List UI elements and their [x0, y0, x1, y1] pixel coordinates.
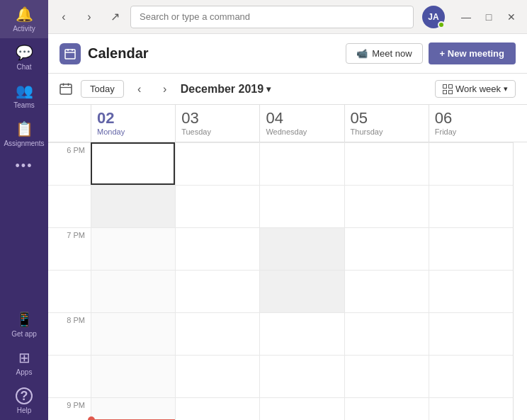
time-cell-mon-830pm[interactable]: [91, 355, 175, 397]
time-cell-mon-8pm[interactable]: [91, 312, 175, 355]
sidebar-item-help[interactable]: ? Help: [0, 382, 48, 420]
time-cell-tue-830pm[interactable]: [175, 355, 259, 397]
time-cell-mon-6pm[interactable]: [91, 142, 175, 185]
teams-icon: 👥: [16, 82, 33, 99]
time-cell-thu-7pm[interactable]: [344, 227, 429, 270]
calendar-header: Calendar 📹 Meet now + New meeting: [48, 34, 527, 74]
activity-icon: 🔔: [16, 6, 33, 23]
sidebar-item-getapp[interactable]: 📱 Get app: [0, 305, 48, 344]
time-cell-fri-6pm[interactable]: [429, 142, 513, 185]
time-cell-wed-730pm[interactable]: [259, 270, 344, 312]
time-cell-tue-630pm[interactable]: [175, 185, 259, 227]
day-header-wednesday: 04 Wednesday: [259, 105, 344, 142]
svg-rect-8: [443, 84, 446, 88]
time-label-830pm: [48, 355, 91, 397]
day-name-friday: Friday: [435, 127, 507, 136]
time-label-8pm: 8 PM: [48, 312, 91, 355]
time-cell-tue-9pm[interactable]: [175, 397, 259, 420]
time-cell-tue-6pm[interactable]: [175, 142, 259, 185]
sidebar-label-apps: Apps: [16, 368, 33, 376]
time-cell-wed-830pm[interactable]: [259, 355, 344, 397]
time-cell-wed-9pm[interactable]: [259, 397, 344, 420]
view-chevron-icon: ▾: [504, 84, 508, 93]
time-body: 6 PM 7 PM: [48, 142, 527, 420]
prev-month-button[interactable]: ‹: [130, 79, 149, 99]
day-header-friday: 06 Friday: [429, 105, 513, 142]
time-label-630pm: [48, 185, 91, 227]
sidebar-item-apps[interactable]: ⊞ Apps: [0, 344, 48, 382]
month-label[interactable]: December 2019 ▾: [181, 83, 271, 96]
day-number-monday: 02: [97, 110, 169, 126]
time-label-9pm: 9 PM: [48, 397, 91, 420]
assignments-icon: 📋: [16, 120, 33, 137]
time-cell-mon-9pm[interactable]: [91, 397, 175, 420]
sidebar-label-chat: Chat: [16, 63, 31, 71]
day-name-tuesday: Tuesday: [181, 127, 254, 136]
svg-rect-9: [448, 84, 452, 88]
time-cell-tue-730pm[interactable]: [175, 270, 259, 312]
view-selector[interactable]: Work week ▾: [435, 80, 516, 98]
sidebar-item-chat[interactable]: 💬 Chat: [0, 38, 48, 76]
day-name-monday: Monday: [97, 127, 169, 136]
sidebar-item-activity[interactable]: 🔔 Activity: [0, 0, 48, 38]
search-placeholder: Search or type a command: [140, 11, 250, 22]
external-link-button[interactable]: ↗: [105, 7, 125, 27]
chat-icon: 💬: [16, 44, 33, 61]
time-cell-fri-830pm[interactable]: [429, 355, 513, 397]
sidebar-item-assignments[interactable]: 📋 Assignments: [0, 115, 48, 153]
time-cell-fri-7pm[interactable]: [429, 227, 513, 270]
new-meeting-button[interactable]: + New meeting: [429, 42, 516, 64]
minimize-button[interactable]: —: [456, 7, 476, 27]
time-cell-mon-630pm[interactable]: [91, 185, 175, 227]
time-cell-thu-730pm[interactable]: [344, 270, 429, 312]
next-month-button[interactable]: ›: [155, 79, 175, 99]
calendar-nav-icon: [60, 83, 72, 96]
forward-button[interactable]: ›: [79, 7, 99, 27]
today-button[interactable]: Today: [81, 80, 124, 98]
time-cell-fri-8pm[interactable]: [429, 312, 513, 355]
time-cell-wed-8pm[interactable]: [259, 312, 344, 355]
time-cell-tue-7pm[interactable]: [175, 227, 259, 270]
sidebar-label-assignments: Assignments: [4, 140, 44, 147]
calendar-icon: [60, 43, 81, 64]
time-cell-wed-7pm[interactable]: [259, 227, 344, 270]
window-controls: — □ ✕: [456, 7, 521, 27]
time-cell-fri-630pm[interactable]: [429, 185, 513, 227]
sidebar-item-teams[interactable]: 👥 Teams: [0, 76, 48, 115]
back-button[interactable]: ‹: [54, 7, 74, 27]
chevron-down-icon: ▾: [266, 84, 271, 94]
time-cell-mon-7pm[interactable]: [91, 227, 175, 270]
time-cell-thu-8pm[interactable]: [344, 312, 429, 355]
time-gutter-header: [48, 105, 91, 142]
maximize-button[interactable]: □: [479, 7, 499, 27]
time-cell-thu-830pm[interactable]: [344, 355, 429, 397]
day-number-wednesday: 04: [266, 110, 338, 126]
time-label-7pm: 7 PM: [48, 227, 91, 270]
svg-rect-4: [60, 84, 72, 94]
sidebar-label-teams: Teams: [13, 101, 34, 109]
close-button[interactable]: ✕: [502, 7, 521, 27]
getapp-icon: 📱: [16, 311, 33, 328]
time-cell-mon-730pm[interactable]: [91, 270, 175, 312]
time-cell-wed-6pm[interactable]: [259, 142, 344, 185]
day-name-thursday: Thursday: [351, 127, 423, 136]
time-cell-thu-6pm[interactable]: [344, 142, 429, 185]
time-cell-fri-9pm[interactable]: [429, 397, 513, 420]
apps-icon: ⊞: [18, 349, 30, 366]
time-cell-thu-630pm[interactable]: [344, 185, 429, 227]
avatar: JA: [422, 6, 445, 28]
video-icon: 📹: [356, 48, 368, 59]
time-cell-tue-8pm[interactable]: [175, 312, 259, 355]
svg-rect-0: [65, 50, 75, 59]
sidebar-label-getapp: Get app: [11, 330, 37, 338]
time-cell-fri-730pm[interactable]: [429, 270, 513, 312]
time-cell-wed-630pm[interactable]: [259, 185, 344, 227]
sidebar-item-more[interactable]: •••: [0, 153, 48, 179]
time-cell-thu-9pm[interactable]: [344, 397, 429, 420]
day-number-tuesday: 03: [181, 110, 254, 126]
meet-now-button[interactable]: 📹 Meet now: [346, 43, 422, 64]
calendar-grid: 02 Monday 03 Tuesday 04 Wednesday 05 Thu…: [48, 105, 527, 420]
current-time-dot: [88, 416, 95, 421]
calendar-title: Calendar: [88, 45, 346, 62]
search-bar[interactable]: Search or type a command: [130, 6, 414, 28]
